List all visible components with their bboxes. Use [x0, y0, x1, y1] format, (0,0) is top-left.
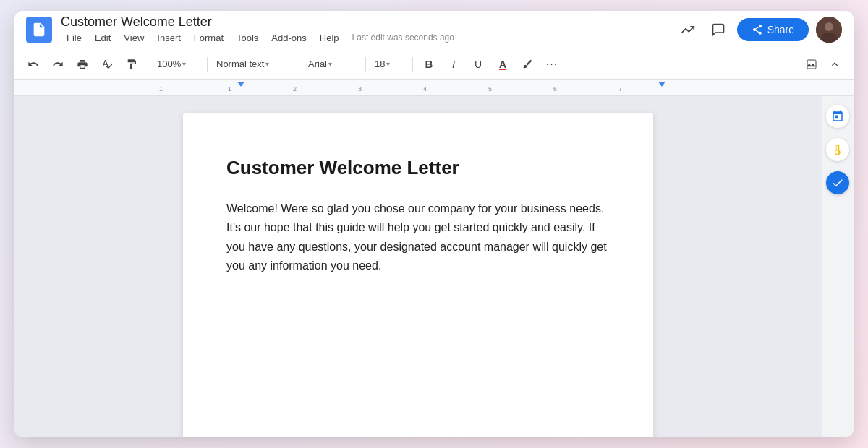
- share-label: Share: [767, 24, 794, 35]
- paint-format-button[interactable]: [122, 54, 142, 74]
- document-area[interactable]: Customer Welcome Letter Welcome! Were so…: [14, 96, 822, 437]
- last-edit-status: Last edit was seconds ago: [352, 33, 454, 43]
- menu-help[interactable]: Help: [314, 31, 345, 45]
- app-window: Customer Welcome Letter File Edit View I…: [14, 11, 854, 437]
- document-page: Customer Welcome Letter Welcome! Were so…: [183, 113, 653, 437]
- document-heading: Customer Welcome Letter: [226, 157, 610, 179]
- size-arrow: ▾: [386, 60, 390, 68]
- right-margin-marker: [658, 82, 665, 87]
- document-title[interactable]: Customer Welcome Letter: [61, 14, 668, 30]
- font-arrow: ▾: [328, 60, 332, 68]
- font-value: Arial: [308, 59, 327, 69]
- tab-marker: [237, 82, 244, 87]
- title-bar-right: Share: [676, 17, 842, 43]
- toolbar-right: [801, 54, 845, 74]
- svg-rect-5: [807, 60, 816, 69]
- menu-file[interactable]: File: [61, 31, 88, 45]
- keep-sidebar-icon[interactable]: [826, 138, 849, 161]
- zoom-arrow: ▾: [182, 60, 186, 68]
- svg-rect-1: [35, 32, 40, 33]
- italic-label: I: [452, 58, 455, 70]
- redo-button[interactable]: [48, 54, 68, 74]
- title-area: Customer Welcome Letter File Edit View I…: [61, 14, 668, 44]
- title-bar: Customer Welcome Letter File Edit View I…: [14, 11, 854, 48]
- divider-3: [299, 57, 299, 72]
- menu-tools[interactable]: Tools: [231, 31, 264, 45]
- bold-button[interactable]: B: [419, 54, 439, 74]
- style-select[interactable]: Normal text ▾: [213, 54, 293, 74]
- main-area: Customer Welcome Letter Welcome! Were so…: [14, 96, 854, 437]
- doc-icon: [26, 17, 52, 43]
- size-value: 18: [375, 59, 385, 69]
- text-color-label: A: [499, 59, 506, 70]
- svg-rect-0: [35, 30, 42, 30]
- divider-1: [148, 57, 148, 72]
- text-color-button[interactable]: A: [493, 54, 513, 74]
- menu-format[interactable]: Format: [188, 31, 229, 45]
- share-button[interactable]: Share: [737, 18, 809, 41]
- highlight-button[interactable]: [517, 54, 537, 74]
- zoom-select[interactable]: 100% ▾: [154, 54, 201, 74]
- style-value: Normal text: [216, 59, 264, 69]
- underline-label: U: [475, 59, 482, 70]
- right-sidebar: [822, 96, 854, 437]
- print-button[interactable]: [72, 54, 93, 74]
- menu-view[interactable]: View: [118, 31, 150, 45]
- comment-icon-btn[interactable]: [707, 18, 730, 41]
- divider-5: [412, 57, 413, 72]
- menu-bar: File Edit View Insert Format Tools Add-o…: [61, 31, 668, 45]
- more-button[interactable]: ···: [542, 54, 562, 74]
- user-avatar[interactable]: [816, 17, 842, 43]
- size-select[interactable]: 18 ▾: [372, 54, 407, 74]
- italic-button[interactable]: I: [443, 54, 464, 74]
- tasks-sidebar-icon[interactable]: [826, 171, 849, 194]
- divider-2: [207, 57, 208, 72]
- spellcheck-button[interactable]: [97, 54, 117, 74]
- zoom-value: 100%: [157, 59, 181, 69]
- image-options-button[interactable]: [801, 54, 822, 74]
- svg-point-3: [825, 22, 833, 31]
- trend-icon-btn[interactable]: [676, 18, 699, 41]
- menu-insert[interactable]: Insert: [151, 31, 187, 45]
- more-label: ···: [546, 58, 558, 71]
- expand-button[interactable]: [825, 54, 845, 74]
- menu-edit[interactable]: Edit: [89, 31, 116, 45]
- document-body[interactable]: Welcome! Were so glad you chose our comp…: [226, 199, 610, 276]
- menu-addons[interactable]: Add-ons: [265, 31, 312, 45]
- divider-4: [365, 57, 366, 72]
- calendar-sidebar-icon[interactable]: [826, 105, 849, 128]
- style-arrow: ▾: [265, 60, 269, 68]
- undo-button[interactable]: [23, 54, 43, 74]
- ruler: 1 1 2 3 4 5 6 7: [14, 80, 854, 96]
- underline-button[interactable]: U: [468, 54, 488, 74]
- font-select[interactable]: Arial ▾: [305, 54, 359, 74]
- bold-label: B: [425, 58, 433, 70]
- toolbar: 100% ▾ Normal text ▾ Arial ▾ 18 ▾ B I: [14, 48, 854, 80]
